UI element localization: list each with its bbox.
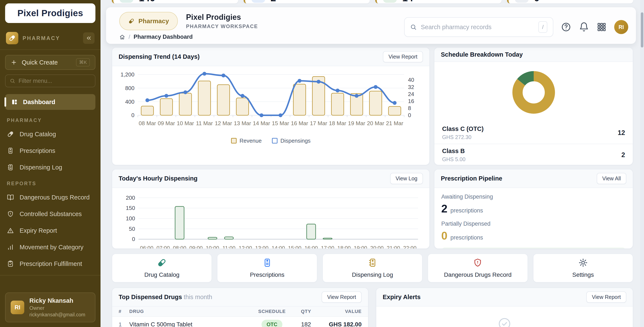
schedule-row-class-b: Class B GHS 5.00 2 [434,144,633,165]
legend-label: Dispensings [280,138,311,144]
row-index: 1 [118,321,129,327]
stat-card-drugs[interactable]: 140 [112,0,238,4]
divider [0,275,100,276]
svg-text:8: 8 [408,105,411,111]
search-input[interactable] [421,24,534,31]
hourly-dispensing-card: Today's Hourly Dispensing View Log 05010… [112,169,430,249]
help-button[interactable] [561,22,571,32]
sidebar-item-dangerous-drugs-record[interactable]: Dangerous Drugs Record [5,192,96,203]
svg-text:08:00: 08:00 [173,245,186,249]
pharmacy-badge[interactable]: Pharmacy [119,12,178,30]
notebook-icon [368,258,377,268]
svg-text:0: 0 [132,112,134,118]
stat-card-alerts[interactable]: 0 [507,0,633,4]
quick-link-settings[interactable]: Settings [533,254,633,282]
svg-text:20:00: 20:00 [370,245,384,249]
shield-alert-icon [473,258,482,268]
user-avatar[interactable]: RI [614,20,628,34]
svg-text:12 Mar: 12 Mar [215,120,232,126]
chevrons-left-icon [86,35,92,41]
gear-icon [578,258,588,268]
filter-input[interactable] [18,78,91,84]
user-card[interactable]: RI Ricky Nkansah Owner rickynkansah@gmai… [5,292,96,322]
quick-link-drug-catalog[interactable]: Drug Catalog [112,254,212,282]
sidebar-item-drug-catalog[interactable]: Drug Catalog [5,128,96,140]
quick-link-prescriptions[interactable]: Prescriptions [217,254,317,282]
sidebar-item-expiry-report[interactable]: Expiry Report [5,225,96,236]
quick-link-dangerous-drugs[interactable]: Dangerous Drugs Record [428,254,528,282]
global-search[interactable]: / [404,17,553,37]
prescription-file-icon [7,147,14,154]
apps-grid-button[interactable] [597,22,606,32]
sidebar-item-prescriptions[interactable]: Prescriptions [5,145,96,156]
shield-alert-icon [7,210,14,218]
sidebar-item-label: Prescription Fulfillment [20,260,82,268]
section-reports: REPORTS [7,181,94,186]
filter-menu-input[interactable] [5,74,96,87]
view-report-button[interactable]: View Report [383,51,423,62]
search-icon [410,24,416,30]
scrollbar[interactable] [640,0,644,327]
stats-row: 140 2 14 [112,0,633,4]
sidebar-item-movement-by-category[interactable]: Movement by Category [5,242,96,253]
breadcrumb-current[interactable]: Pharmacy Dashboard [134,34,193,40]
sidebar-item-label: Dashboard [23,98,55,106]
view-log-button[interactable]: View Log [390,173,423,184]
sidebar-item-label: Dispensing Log [20,164,62,171]
sidebar-item-dispensing-log[interactable]: Dispensing Log [5,162,96,173]
schedule-badge: OTC [262,320,282,327]
svg-text:800: 800 [125,85,134,91]
legend-label: Revenue [240,138,262,144]
logo[interactable]: Pixel Prodigies [5,4,96,23]
quick-create-label: Quick Create [22,59,58,66]
svg-text:17 Mar: 17 Mar [310,120,327,126]
drug-name: Vitamin C 500mg Tablet [129,321,253,327]
svg-text:11 Mar: 11 Mar [196,120,213,126]
page-subtitle: PHARMACY WORKSPACE [186,24,258,30]
svg-text:200: 200 [126,194,135,201]
sidebar-item-prescription-fulfillment[interactable]: Prescription Fulfillment [5,258,96,270]
dispensing-trend-chart: 04008001,200081624324008 Mar09 Mar10 Mar… [112,66,429,144]
sidebar-item-controlled-substances[interactable]: Controlled Substances [5,208,96,220]
sidebar: Pixel Prodigies PHARMACY Quick Create ⌘K… [0,0,100,327]
svg-text:15:00: 15:00 [288,245,301,249]
sidebar-collapse-button[interactable] [83,32,94,44]
schedule-count: 12 [618,129,625,137]
logo-text: Pixel Prodigies [18,8,83,18]
apps-grid-icon [597,22,606,32]
table-row[interactable]: 1 Vitamin C 500mg Tablet OTC 182 GHS 182… [112,317,368,327]
prescription-pipeline-card: Prescription Pipeline View All Awaiting … [434,169,633,249]
notifications-button[interactable] [579,22,589,32]
revenue-swatch [231,138,236,144]
card-title: Prescription Pipeline [441,175,502,182]
home-icon[interactable] [119,34,125,40]
stat-value: 0 [534,0,540,3]
stat-value: 14 [402,0,413,3]
scrollbar-thumb[interactable] [641,12,643,48]
app-root: Pixel Prodigies PHARMACY Quick Create ⌘K… [0,0,644,327]
pill-icon [7,130,14,138]
svg-text:08 Mar: 08 Mar [139,120,156,126]
svg-text:50: 50 [129,226,135,232]
badge-label: Pharmacy [138,18,169,25]
quick-create-button[interactable]: Quick Create ⌘K [5,55,96,70]
svg-text:17:00: 17:00 [321,245,334,249]
partial-count: 0 [441,229,448,242]
quick-link-label: Prescriptions [250,272,284,278]
stat-card-prescriptions[interactable]: 2 [244,0,370,4]
view-all-button[interactable]: View All [597,173,626,184]
card-title: Top Dispensed Drugs this month [118,294,212,300]
svg-text:100: 100 [126,215,135,222]
svg-text:21:00: 21:00 [387,245,400,249]
schedule-donut-chart [434,68,633,118]
svg-text:1,200: 1,200 [120,71,134,78]
sidebar-item-dashboard[interactable]: Dashboard [5,94,96,110]
dispense-bottle-icon [383,0,397,3]
title-block: Pixel Prodigies PHARMACY WORKSPACE [186,13,258,30]
quick-link-label: Drug Catalog [144,272,180,278]
card-title: Today's Hourly Dispensing [118,175,198,182]
quick-link-dispensing-log[interactable]: Dispensing Log [322,254,422,282]
view-report-button[interactable]: View Report [322,292,362,303]
view-report-button[interactable]: View Report [586,292,626,303]
stat-card-dispensed[interactable]: 14 [375,0,502,4]
